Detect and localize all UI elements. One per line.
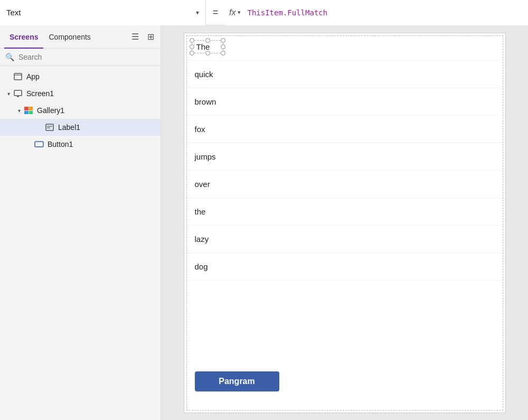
gallery-row-0: The [184,33,505,61]
fx-chevron-icon: ▾ [238,9,241,16]
handle-tc[interactable] [205,38,210,43]
tree-label-gallery1: Gallery1 [37,106,64,115]
expand-icon-button1 [25,140,34,148]
expand-icon-screen1: ▾ [4,89,13,98]
handle-tr[interactable] [221,38,225,43]
top-bar: Text ▾ = fx ▾ ThisItem.FullMatch [0,0,528,25]
gallery-row-5: over [184,171,505,198]
formula-bar: fx ▾ ThisItem.FullMatch [225,0,528,25]
tab-screens[interactable]: Screens [4,30,43,44]
gallery-row-3: fox [184,116,505,143]
handle-ml[interactable] [190,44,194,49]
label-icon [44,122,55,133]
handle-bc[interactable] [205,51,210,55]
handle-br[interactable] [221,51,225,55]
screen-icon [13,88,23,99]
gallery-row-8: dog [184,253,505,281]
gallery-item-text-6: the [195,207,206,216]
gallery-item-text-7: lazy [195,235,209,244]
property-dropdown-text: Text [6,8,192,17]
main-area: Screens Components ☰ ⊞ 🔍 App [0,25,528,420]
tree-item-label1[interactable]: Label1 [0,119,161,136]
tree-item-gallery1[interactable]: ▾ Gallery1 [0,102,161,119]
sidebar: Screens Components ☰ ⊞ 🔍 App [0,25,161,420]
phone-frame: The quick brown [184,33,506,413]
label-text-the: The [192,40,223,53]
gallery-item-text-1: quick [195,70,213,79]
expand-icon-gallery1: ▾ [15,106,23,115]
app-icon [13,71,23,82]
svg-rect-8 [35,142,43,147]
handle-mr[interactable] [221,44,225,49]
search-icon: 🔍 [5,53,14,61]
svg-rect-2 [14,90,22,96]
gallery-row-1: quick [184,61,505,88]
gallery-item-text-2: brown [195,97,216,106]
canvas-area: The quick brown [161,25,528,420]
gallery-row-7: lazy [184,226,505,253]
list-view-icon[interactable]: ☰ [129,31,141,43]
gallery-item-text-8: dog [195,262,208,271]
gallery-row-4: jumps [184,143,505,171]
pangram-button[interactable]: Pangram [195,371,279,391]
tree-label-label1: Label1 [58,123,80,132]
grid-view-icon[interactable]: ⊞ [145,31,156,43]
tree-label-app: App [26,72,40,81]
fx-icon: fx [229,8,235,17]
gallery-item-text-4: jumps [195,152,216,161]
tree-item-button1[interactable]: Button1 [0,136,161,153]
gallery-icon [23,105,34,116]
tree-label-screen1: Screen1 [26,89,54,98]
tab-components[interactable]: Components [43,30,96,44]
chevron-down-icon: ▾ [196,9,199,16]
search-bar: 🔍 [0,49,161,66]
tree-area: App ▾ Screen1 ▾ Gallery1 [0,66,161,420]
property-dropdown[interactable]: Text ▾ [0,0,206,25]
tree-item-screen1[interactable]: ▾ Screen1 [0,85,161,102]
expand-icon-app [4,72,13,81]
gallery-item-text-5: over [195,180,210,189]
gallery-item-text-3: fox [195,125,205,134]
expand-icon-label1 [36,123,44,132]
handle-tl[interactable] [190,38,194,43]
selected-label[interactable]: The [192,40,223,53]
gallery-row-6: the [184,198,505,226]
gallery-row-2: brown [184,88,505,116]
tab-icons: ☰ ⊞ [129,31,156,43]
search-input[interactable] [18,53,155,61]
tree-item-app[interactable]: App [0,68,161,85]
formula-expression: ThisItem.FullMatch [247,8,327,17]
sidebar-tabs: Screens Components ☰ ⊞ [0,25,161,49]
handle-bl[interactable] [190,51,194,55]
svg-rect-0 [14,73,22,80]
button-icon [34,139,44,150]
tree-label-button1: Button1 [48,140,73,148]
equals-sign: = [206,7,225,18]
svg-rect-5 [46,124,53,130]
